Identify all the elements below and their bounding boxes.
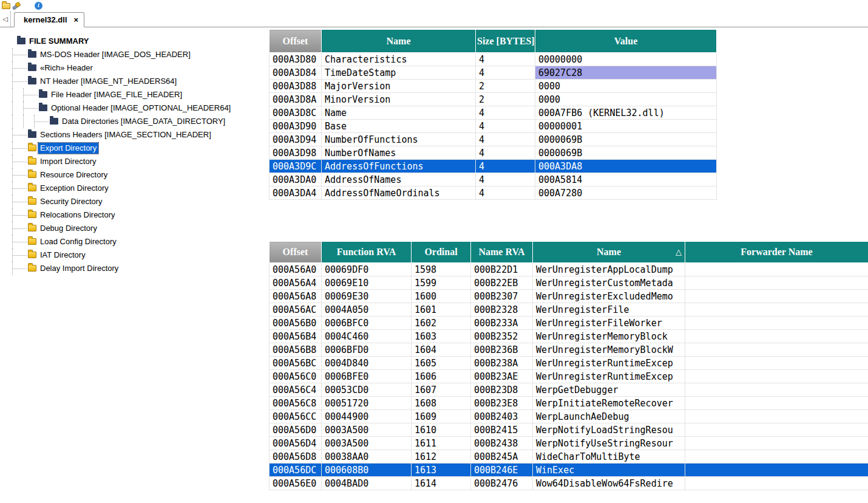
column-header-label: Value: [614, 36, 638, 46]
tree-item-rich-header[interactable]: «Rich» Header: [0, 61, 269, 75]
cell-forwarder-name: [685, 357, 868, 370]
cell-name: NumberOfFunctions: [322, 133, 476, 146]
row-widechartomultibyte[interactable]: 000A56D800038AA01612000B245AWideCharToMu…: [270, 450, 868, 464]
row-addressofnames[interactable]: 000A3DA0AddressOfNames4000A5814: [270, 173, 717, 186]
tree-item-export-directory[interactable]: Export Directory: [0, 142, 269, 155]
row-werunregistermemoryblockw[interactable]: 000A56B80006BFD01604000B236BWerUnregiste…: [270, 343, 868, 357]
cell-offset: 000A56C4: [270, 383, 322, 397]
cell-value: 000A7280: [535, 186, 717, 200]
tree-item-security-directory[interactable]: Security Directory: [0, 195, 269, 208]
row-werpnotifyloadstringresou[interactable]: 000A56D00003A5001610000B2415WerpNotifyLo…: [270, 423, 868, 437]
row-werunregisterfile[interactable]: 000A56AC0004A0501601000B2328WerUnregiste…: [270, 303, 868, 317]
about-button[interactable]: i: [34, 1, 44, 10]
column-header-name[interactable]: Name△: [533, 242, 685, 263]
tree-item-import-directory[interactable]: Import Directory: [0, 155, 269, 168]
tab-scroll-left-button[interactable]: ◁: [0, 11, 11, 27]
tab-close-icon[interactable]: ×: [74, 16, 79, 24]
cell-function-rva: 00069DF0: [322, 263, 412, 276]
column-header-name-rva[interactable]: Name RVA: [471, 242, 533, 263]
cell-forwarder-name: [685, 464, 868, 477]
tree-item-file-header-image-file-header[interactable]: File Header [IMAGE_FILE_HEADER]: [0, 88, 269, 101]
column-header-name[interactable]: Name: [322, 30, 476, 53]
tree-item-resource-directory[interactable]: Resource Directory: [0, 168, 269, 182]
cell-offset: 000A3D8C: [270, 106, 322, 120]
cell-offset: 000A56BC: [270, 357, 322, 370]
row-name[interactable]: 000A3D8CName4000A7FB6 (KERNEL32.dll): [270, 106, 717, 120]
row-werunregisterexcludedmemo[interactable]: 000A56A800069E301600000B2307WerUnregiste…: [270, 290, 868, 303]
cell-name: TimeDateStamp: [322, 66, 476, 80]
row-winexec[interactable]: 000A56DC000608B01613000B246EWinExec: [270, 464, 868, 477]
row-wow64disablewow64fsredire[interactable]: 000A56E00004BAD01614000B2476Wow64Disable…: [270, 477, 868, 490]
row-numberofnames[interactable]: 000A3D98NumberOfNames40000069B: [270, 146, 717, 160]
cell-offset: 000A56CC: [270, 410, 322, 423]
tree-item-exception-directory[interactable]: Exception Directory: [0, 182, 269, 195]
row-werpinitiateremoterecover[interactable]: 000A56C8000517201608000B23E8WerpInitiate…: [270, 397, 868, 410]
tree-item-iat-directory[interactable]: IAT Directory: [0, 248, 269, 262]
row-addressofnameordinals[interactable]: 000A3DA4AddressOfNameOrdinals4000A7280: [270, 186, 717, 200]
row-addressoffunctions[interactable]: 000A3D9CAddressOfFunctions4000A3DA8: [270, 160, 717, 173]
cell-name: Wow64DisableWow64FsRedire: [533, 477, 685, 490]
column-header-size-bytes[interactable]: Size [BYTES]: [476, 30, 535, 53]
cell-name-rva: 000B2438: [471, 437, 533, 450]
tree-item-debug-directory[interactable]: Debug Directory: [0, 222, 269, 235]
tree-item-load-config-directory[interactable]: Load Config Directory: [0, 235, 269, 248]
folder-icon: [50, 118, 58, 125]
tree-item-delay-import-directory[interactable]: Delay Import Directory: [0, 262, 269, 275]
row-base[interactable]: 000A3D90Base400000001: [270, 120, 717, 133]
row-timedatestamp[interactable]: 000A3D84TimeDateStamp469027C28: [270, 66, 717, 80]
tree-item-optional-header-image-optional-header64[interactable]: Optional Header [IMAGE_OPTIONAL_HEADER64…: [0, 101, 269, 115]
main-area: FILE SUMMARYMS-DOS Header [IMAGE_DOS_HEA…: [0, 27, 868, 503]
row-majorversion[interactable]: 000A3D88MajorVersion20000: [270, 80, 717, 93]
cell-name: WerUnregisterMemoryBlock: [533, 330, 685, 343]
cell-value: 0000069B: [535, 133, 717, 146]
cell-function-rva: 0004BAD0: [322, 477, 412, 490]
column-header-function-rva[interactable]: Function RVA: [322, 242, 412, 263]
row-werpnotifyusestringresour[interactable]: 000A56D40003A5001611000B2438WerpNotifyUs…: [270, 437, 868, 450]
open-file-button[interactable]: [1, 1, 12, 10]
cell-name: WerUnregisterExcludedMemo: [533, 290, 685, 303]
cell-offset: 000A3D80: [270, 53, 322, 66]
row-numberoffunctions[interactable]: 000A3D94NumberOfFunctions40000069B: [270, 133, 717, 146]
cell-size-bytes: 4: [476, 53, 535, 66]
tools-button[interactable]: [12, 1, 22, 10]
row-minorversion[interactable]: 000A3D8AMinorVersion20000: [270, 93, 717, 106]
tab-kernel32-dll[interactable]: kernel32.dll ×: [14, 12, 84, 27]
tree-item-sections-headers-image-section-header[interactable]: Sections Headers [IMAGE_SECTION_HEADER]: [0, 128, 269, 142]
cell-ordinal: 1613: [412, 464, 471, 477]
row-characteristics[interactable]: 000A3D80Characteristics400000000: [270, 53, 717, 66]
row-werunregisterruntimeexcep[interactable]: 000A56C00006BFE01606000B23AEWerUnregiste…: [270, 370, 868, 383]
column-header-offset[interactable]: Offset: [270, 242, 322, 263]
cell-forwarder-name: [685, 410, 868, 423]
tree-item-label: Delay Import Directory: [38, 263, 120, 274]
folder-icon: [28, 51, 36, 58]
row-werplaunchaedebug[interactable]: 000A56CC000449001609000B2403WerpLaunchAe…: [270, 410, 868, 423]
row-werunregisterfileworker[interactable]: 000A56B00006BFC01602000B233AWerUnregiste…: [270, 317, 868, 330]
tree-item-file-summary[interactable]: FILE SUMMARY: [0, 35, 269, 48]
column-header-label: Name RVA: [478, 247, 524, 257]
tree-connector: [12, 215, 27, 216]
tree-item-data-directories-image-data-directory[interactable]: Data Directories [IMAGE_DATA_DIRECTORY]: [0, 115, 269, 128]
column-header-offset[interactable]: Offset: [270, 30, 322, 53]
column-header-label: Offset: [283, 247, 308, 257]
cell-name: Name: [322, 106, 476, 120]
tree-item-relocations-directory[interactable]: Relocations Directory: [0, 208, 269, 222]
tree-item-label: NT Header [IMAGE_NT_HEADERS64]: [38, 76, 178, 87]
row-werunregistermemoryblock[interactable]: 000A56B40004C4601603000B2352WerUnregiste…: [270, 330, 868, 343]
cell-name-rva: 000B245A: [471, 450, 533, 464]
row-werpgetdebugger[interactable]: 000A56C400053CD01607000B23D8WerpGetDebug…: [270, 383, 868, 397]
cell-function-rva: 00044900: [322, 410, 412, 423]
column-header-forwarder-name[interactable]: Forwarder Name: [685, 242, 868, 263]
cell-name-rva: 000B23D8: [471, 383, 533, 397]
tree-item-nt-header-image-nt-headers64[interactable]: NT Header [IMAGE_NT_HEADERS64]: [0, 75, 269, 88]
folder-icon: [28, 131, 36, 138]
cell-size-bytes: 4: [476, 106, 535, 120]
column-header-value[interactable]: Value: [535, 30, 717, 53]
row-werunregisterruntimeexcep[interactable]: 000A56BC0004D8401605000B238AWerUnregiste…: [270, 357, 868, 370]
column-header-ordinal[interactable]: Ordinal: [412, 242, 471, 263]
cell-size-bytes: 4: [476, 186, 535, 200]
row-werunregisterapplocaldump[interactable]: 000A56A000069DF01598000B22D1WerUnregiste…: [270, 263, 868, 276]
wrench-icon: [12, 1, 21, 10]
tree-connector: [12, 175, 27, 176]
row-werunregistercustommetada[interactable]: 000A56A400069E101599000B22EBWerUnregiste…: [270, 276, 868, 290]
tree-item-ms-dos-header-image-dos-header[interactable]: MS-DOS Header [IMAGE_DOS_HEADER]: [0, 48, 269, 61]
